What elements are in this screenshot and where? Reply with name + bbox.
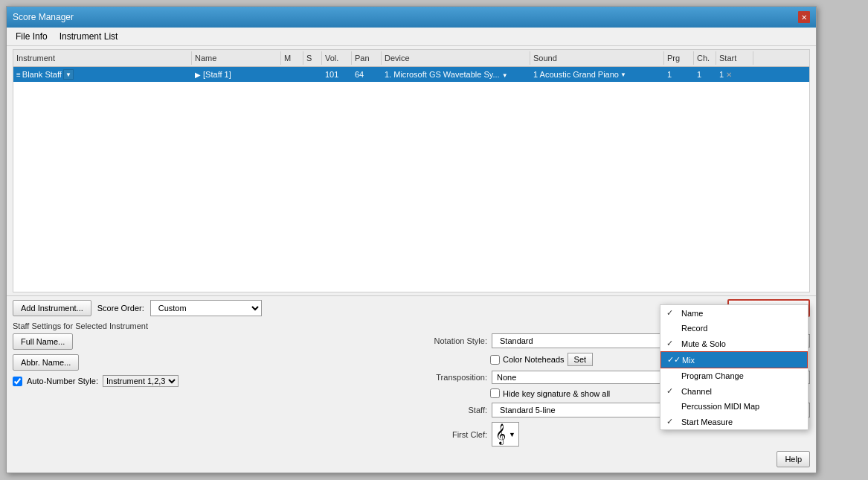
check-mix: ✓ bbox=[667, 355, 678, 365]
menu-item-mute-solo-label: Mute & Solo bbox=[681, 339, 802, 348]
col-s: S bbox=[303, 51, 322, 65]
menu-item-percussion-midi-map-label: Percussion MIDI Map bbox=[681, 402, 802, 411]
transposition-label: Transposition: bbox=[413, 373, 487, 382]
abbr-name-button[interactable]: Abbr. Name... bbox=[13, 354, 79, 371]
menu-item-start-measure-label: Start Measure bbox=[681, 417, 802, 426]
cell-device: 1. Microsoft GS Wavetable Sy... ▼ bbox=[382, 68, 530, 81]
title-bar: Score Manager ✕ bbox=[7, 7, 816, 28]
menu-item-channel[interactable]: Channel bbox=[660, 383, 808, 399]
full-name-button[interactable]: Full Name... bbox=[13, 333, 73, 350]
color-noteheads-checkbox[interactable] bbox=[490, 355, 500, 365]
cell-name: ▶ [Staff 1] bbox=[192, 68, 281, 81]
instrument-table: Instrument Name M S Vol. Pan Device Soun… bbox=[13, 49, 810, 292]
instrument-dropdown-arrow[interactable]: ▼ bbox=[63, 69, 74, 80]
hide-key-sig-checkbox[interactable] bbox=[490, 388, 500, 398]
col-instrument: Instrument bbox=[13, 51, 192, 65]
menu-item-start-measure[interactable]: Start Measure bbox=[660, 414, 808, 429]
cell-s bbox=[303, 72, 322, 77]
menu-item-mix-label: Mix bbox=[682, 356, 801, 365]
clef-symbol: 𝄞 bbox=[495, 424, 506, 444]
left-settings: Full Name... Abbr. Name... Auto-Number S… bbox=[13, 333, 410, 467]
menu-item-record-label: Record bbox=[681, 324, 802, 333]
col-m: M bbox=[281, 51, 303, 65]
check-channel bbox=[666, 386, 677, 396]
help-button[interactable]: Help bbox=[777, 451, 810, 467]
table-header: Instrument Name M S Vol. Pan Device Soun… bbox=[13, 50, 809, 67]
cell-pan: 64 bbox=[352, 68, 382, 81]
auto-number-label: Auto-Number Style: bbox=[27, 377, 98, 385]
abbr-name-row: Abbr. Name... bbox=[13, 354, 410, 371]
score-order-select[interactable]: Custom bbox=[150, 300, 262, 316]
check-mute-solo bbox=[666, 339, 677, 348]
first-clef-label: First Clef: bbox=[413, 430, 487, 439]
notation-style-label: Notation Style: bbox=[413, 336, 487, 345]
menu-item-program-change-label: Program Change bbox=[681, 371, 802, 380]
menu-item-channel-label: Channel bbox=[681, 387, 802, 396]
cell-start: 1 ✕ bbox=[716, 68, 753, 81]
col-name: Name bbox=[192, 51, 281, 65]
menu-item-percussion-midi-map[interactable]: Percussion MIDI Map bbox=[660, 399, 808, 414]
sound-value: 1 Acoustic Grand Piano bbox=[533, 70, 619, 79]
check-name bbox=[666, 308, 677, 318]
clef-display[interactable]: 𝄞 ▼ bbox=[492, 422, 519, 447]
cell-prg: 1 bbox=[664, 68, 694, 81]
color-noteheads-label: Color Noteheads bbox=[503, 355, 565, 364]
menu-item-program-change[interactable]: Program Change bbox=[660, 368, 808, 383]
score-manager-window: Score Manager ✕ File Info Instrument Lis… bbox=[6, 6, 817, 473]
start-value: 1 bbox=[719, 70, 724, 79]
col-start: Start bbox=[716, 51, 753, 65]
row-expand-icon: ≡ bbox=[16, 71, 21, 79]
customize-dropdown-menu: Name Record Mute & Solo ✓ Mix Program Ch… bbox=[660, 304, 808, 430]
auto-number-row: Auto-Number Style: Instrument 1,2,3 bbox=[13, 375, 410, 387]
check-start-measure bbox=[666, 417, 677, 426]
cell-ch: 1 bbox=[694, 68, 716, 81]
menu-item-name[interactable]: Name bbox=[660, 305, 808, 321]
menu-item-name-label: Name bbox=[681, 309, 802, 318]
menu-item-record[interactable]: Record bbox=[660, 321, 808, 336]
menu-bar: File Info Instrument List bbox=[7, 28, 816, 46]
menu-item-mute-solo[interactable]: Mute & Solo bbox=[660, 336, 808, 351]
col-pan: Pan bbox=[352, 51, 382, 65]
col-prg: Prg bbox=[664, 51, 694, 65]
device-value: 1. Microsoft GS Wavetable Sy... bbox=[385, 70, 500, 79]
add-instrument-button[interactable]: Add Instrument... bbox=[13, 300, 91, 316]
window-title: Score Manager bbox=[13, 12, 74, 22]
auto-number-checkbox[interactable] bbox=[13, 377, 22, 386]
menu-file-info[interactable]: File Info bbox=[10, 29, 54, 44]
hide-key-sig-label: Hide key signature & show all bbox=[503, 389, 610, 398]
col-ch: Ch. bbox=[694, 51, 716, 65]
score-order-label: Score Order: bbox=[97, 304, 144, 313]
cell-vol: 101 bbox=[322, 68, 352, 81]
cell-instrument: ≡ Blank Staff ▼ bbox=[13, 67, 192, 82]
instrument-name: Blank Staff bbox=[22, 70, 62, 79]
help-row: Help bbox=[413, 451, 810, 467]
staff-label: Staff: bbox=[413, 406, 487, 415]
menu-item-mix[interactable]: ✓ Mix bbox=[660, 351, 808, 368]
close-button[interactable]: ✕ bbox=[798, 11, 810, 23]
device-dropdown-arrow[interactable]: ▼ bbox=[502, 72, 508, 79]
col-vol: Vol. bbox=[322, 51, 352, 65]
table-row[interactable]: ≡ Blank Staff ▼ ▶ [Staff 1] 101 64 1. Mi… bbox=[13, 67, 809, 82]
set-color-button[interactable]: Set bbox=[568, 353, 594, 366]
col-device: Device bbox=[382, 51, 530, 65]
menu-instrument-list[interactable]: Instrument List bbox=[54, 29, 124, 44]
cell-m bbox=[281, 72, 303, 77]
staff-name: [Staff 1] bbox=[203, 70, 231, 79]
clef-dropdown-arrow[interactable]: ▼ bbox=[509, 431, 515, 438]
row-close-icon[interactable]: ✕ bbox=[726, 71, 732, 79]
cell-sound: 1 Acoustic Grand Piano ▼ bbox=[530, 68, 664, 81]
full-name-row: Full Name... bbox=[13, 333, 410, 350]
col-sound: Sound bbox=[530, 51, 664, 65]
sound-dropdown-arrow[interactable]: ▼ bbox=[620, 71, 626, 78]
auto-number-select[interactable]: Instrument 1,2,3 bbox=[103, 375, 179, 387]
